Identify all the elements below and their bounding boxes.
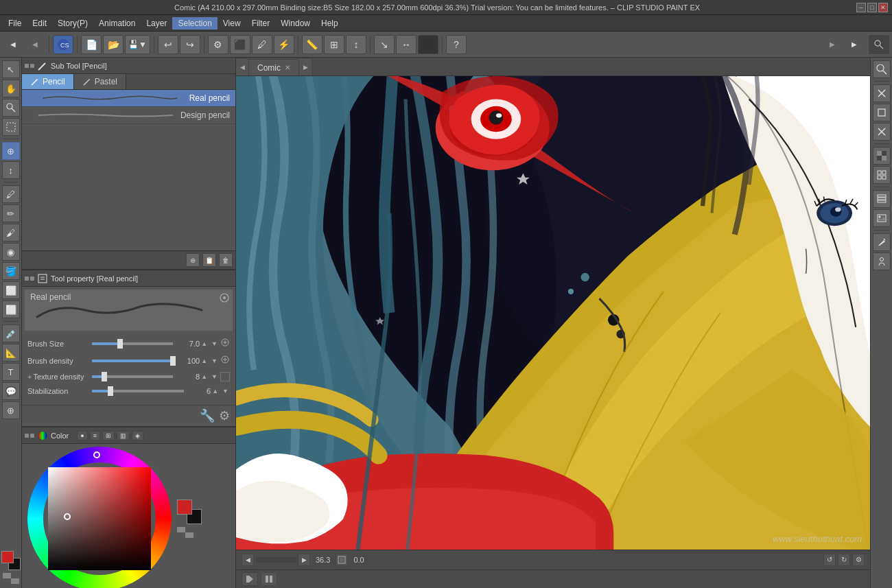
undo-btn[interactable]: ↩: [158, 35, 178, 54]
color-tab-icon4[interactable]: ▥: [117, 431, 130, 440]
brush-add-btn[interactable]: ⊕: [186, 253, 200, 267]
scroll-right-btn[interactable]: ▶: [298, 554, 310, 566]
stabilization-up[interactable]: ▲: [211, 388, 220, 395]
tool-brush[interactable]: 🖌: [2, 224, 20, 242]
scroll-left-btn[interactable]: ◀: [242, 554, 254, 566]
brush-size-slider[interactable]: [92, 342, 173, 345]
texture-up[interactable]: ▲: [200, 373, 209, 380]
right-tool-x2[interactable]: [873, 123, 891, 141]
brush-density-down[interactable]: ▼: [210, 357, 219, 364]
redo-btn[interactable]: ↪: [180, 35, 200, 54]
tab-close-btn[interactable]: ✕: [285, 64, 290, 71]
preview-settings-icon[interactable]: [219, 292, 230, 305]
zoom-fit-btn[interactable]: [336, 554, 348, 566]
tool-pencil[interactable]: ✏: [2, 204, 20, 222]
menu-window[interactable]: Window: [275, 17, 316, 30]
tool-eyedropper[interactable]: 💉: [2, 325, 20, 342]
menu-story[interactable]: Story(P): [52, 17, 93, 30]
tool-gradient[interactable]: ⬜: [2, 281, 20, 299]
grid-btn[interactable]: ⊞: [324, 35, 344, 54]
gear-icon[interactable]: ⚙: [219, 408, 230, 423]
rotate-cw-btn[interactable]: ↻: [838, 554, 850, 566]
navigator-search-btn[interactable]: [869, 35, 889, 54]
guide-btn[interactable]: ↕: [346, 35, 366, 54]
tool-hand[interactable]: ✋: [2, 80, 20, 97]
right-tool-image[interactable]: [873, 209, 891, 227]
texture-down[interactable]: ▼: [210, 373, 219, 380]
right-tool-pen[interactable]: [873, 233, 891, 251]
right-tool-character[interactable]: [873, 252, 891, 270]
menu-edit[interactable]: Edit: [27, 17, 52, 30]
settings-btn-canvas[interactable]: ⚙: [852, 554, 865, 566]
right-tool-layers[interactable]: [873, 190, 891, 208]
right-tool-x[interactable]: [873, 84, 891, 102]
color-tab-icon2[interactable]: ≡: [90, 431, 100, 440]
scroll-bar[interactable]: [255, 557, 296, 563]
timeline-prev-btn[interactable]: [242, 572, 258, 586]
menu-filter[interactable]: Filter: [246, 17, 276, 30]
new-file-btn[interactable]: 📄: [81, 35, 102, 54]
brush-copy-btn[interactable]: 📋: [202, 253, 216, 267]
toolbar-left-nav[interactable]: ◀: [3, 35, 23, 54]
menu-layer[interactable]: Layer: [141, 17, 172, 30]
tab-pencil[interactable]: Pencil: [22, 74, 74, 89]
wrench-icon[interactable]: 🔧: [200, 408, 215, 423]
brush-real-pencil[interactable]: Real pencil: [22, 90, 235, 107]
color-tab-icon1[interactable]: ●: [77, 431, 87, 440]
canvas-container[interactable]: www.sieuthuthuat.com: [236, 76, 870, 550]
tool-figure[interactable]: ⬜: [2, 301, 20, 318]
ruler-btn[interactable]: 📏: [302, 35, 322, 54]
texture-density-slider[interactable]: [92, 375, 173, 378]
tool-select[interactable]: [2, 118, 20, 136]
brush-size-up[interactable]: ▲: [200, 340, 209, 347]
toolbar-right-nav[interactable]: ▶: [822, 35, 843, 54]
brush-delete-btn[interactable]: 🗑: [219, 253, 233, 267]
color-square[interactable]: [48, 467, 151, 570]
right-navigator-btn[interactable]: [873, 60, 891, 78]
tool-frame[interactable]: ⊕: [2, 401, 20, 419]
color-tab-icon3[interactable]: ⊞: [102, 431, 115, 440]
toolbar-right-nav2[interactable]: ▶: [844, 35, 865, 54]
tool-text[interactable]: T: [2, 363, 20, 381]
texture-expand-icon[interactable]: +: [27, 373, 32, 381]
toolbar-left-nav2[interactable]: ◀: [25, 35, 45, 54]
fg-swatch[interactable]: [177, 499, 192, 515]
fg-color-swatch[interactable]: [1, 551, 14, 563]
maximize-button[interactable]: □: [867, 3, 877, 12]
tab-pastel[interactable]: Pastel: [74, 74, 126, 89]
tool-balloon[interactable]: 💬: [2, 382, 20, 400]
empty-btn[interactable]: [418, 35, 438, 54]
menu-help[interactable]: Help: [316, 17, 344, 30]
clip-studio-btn[interactable]: CS: [53, 35, 73, 54]
tool-eraser[interactable]: ◉: [2, 243, 20, 261]
magic-wand-btn[interactable]: ⚡: [274, 35, 294, 54]
right-tool-rect[interactable]: [873, 104, 891, 121]
tool-move[interactable]: ⊕: [2, 142, 20, 160]
menu-file[interactable]: File: [3, 17, 27, 30]
stabilization-down[interactable]: ▼: [221, 388, 230, 395]
brush-density-slider[interactable]: [92, 360, 173, 362]
minimize-button[interactable]: –: [856, 3, 866, 12]
open-file-btn[interactable]: 📂: [103, 35, 124, 54]
tool-pen[interactable]: 🖊: [2, 185, 20, 203]
tab-comic[interactable]: Comic ✕: [248, 59, 299, 75]
tool-transform[interactable]: ↕: [2, 161, 20, 179]
right-tool-grid[interactable]: [873, 166, 891, 184]
close-button[interactable]: ✕: [878, 3, 888, 12]
save-dropdown[interactable]: 💾▼: [125, 35, 150, 54]
flip-btn[interactable]: ↔: [396, 35, 416, 54]
stabilization-slider[interactable]: [92, 390, 184, 392]
color-tab-icon5[interactable]: ◈: [132, 431, 143, 440]
transform-btn[interactable]: ⚙: [208, 35, 228, 54]
tab-nav-left[interactable]: ◀: [236, 59, 248, 75]
color-wheel-container[interactable]: [27, 447, 172, 588]
tab-nav-right[interactable]: ▶: [299, 59, 312, 75]
rotate-btn[interactable]: ↘: [374, 35, 395, 54]
menu-view[interactable]: View: [218, 17, 246, 30]
select-btn[interactable]: ⬛: [230, 35, 250, 54]
tool-bucket[interactable]: 🪣: [2, 262, 20, 280]
menu-animation[interactable]: Animation: [93, 17, 141, 30]
brush-density-up[interactable]: ▲: [200, 357, 209, 364]
timeline-play-btn[interactable]: [261, 572, 277, 586]
tool-zoom[interactable]: [2, 99, 20, 117]
